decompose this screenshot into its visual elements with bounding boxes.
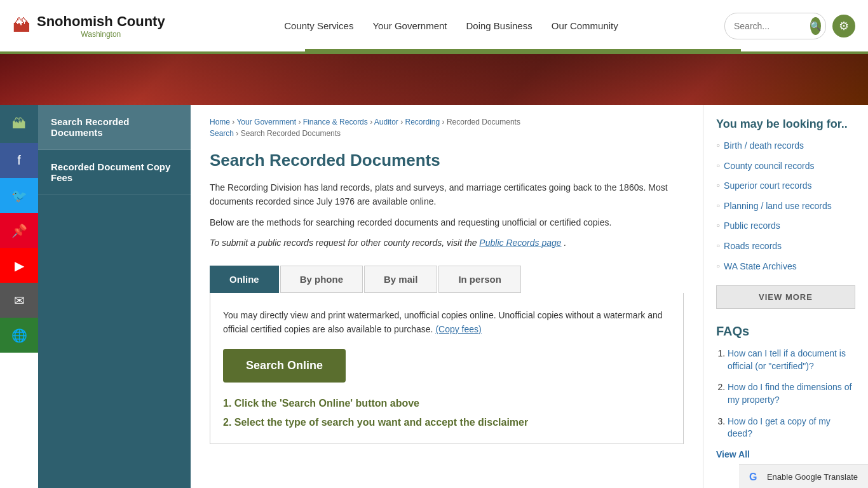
search-button[interactable]: 🔍	[810, 17, 821, 35]
breadcrumb-line2: Search › Search Recorded Documents	[210, 129, 684, 138]
youtube-logo: ▶	[15, 258, 24, 273]
social-logo-box[interactable]: 🏔	[0, 105, 38, 143]
copy-fees-link[interactable]: (Copy fees)	[435, 324, 481, 334]
social-sidebar: 🏔 f 🐦 📌 ▶ ✉ 🌐	[0, 105, 38, 488]
description-paragraph-2: Below are the methods for searching reco…	[210, 215, 684, 229]
logo-sub: Washington	[37, 30, 165, 39]
tab-by-mail[interactable]: By mail	[364, 266, 437, 293]
breadcrumb-recording[interactable]: Recording	[405, 118, 440, 126]
svg-text:G: G	[749, 471, 757, 482]
globe-logo: 🌐	[11, 328, 27, 343]
translate-bar[interactable]: G Enable Google Translate	[739, 464, 868, 488]
header: 🏔 Snohomish County Washington County Ser…	[0, 0, 868, 54]
search-area: 🔍 ⚙	[724, 13, 855, 39]
list-item-birth-death: Birth / death records	[716, 140, 855, 152]
search-box: 🔍	[724, 13, 826, 39]
right-sidebar: You may be looking for.. Birth / death r…	[703, 105, 868, 488]
tabs: Online By phone By mail In person	[210, 266, 684, 293]
hero-image	[0, 54, 868, 105]
youtube-icon[interactable]: ▶	[0, 248, 38, 283]
list-item-superior-court: Superior court records	[716, 180, 855, 193]
gear-icon: ⚙	[839, 19, 849, 33]
logo-name: Snohomish County	[37, 13, 165, 30]
twitter-logo: 🐦	[11, 188, 27, 203]
pinterest-logo: 📌	[11, 223, 27, 238]
nav-recorded-document-copy-fees[interactable]: Recorded Document Copy Fees	[38, 150, 191, 195]
list-item-county-council: County council records	[716, 160, 855, 173]
main-content: Home › Your Government › Finance & Recor…	[191, 105, 703, 488]
superior-court-records-link[interactable]: Superior court records	[724, 180, 812, 193]
logo-area: 🏔 Snohomish County Washington	[13, 13, 178, 39]
email-logo: ✉	[14, 293, 25, 308]
main-nav: County Services Your Government Doing Bu…	[178, 20, 724, 31]
settings-button[interactable]: ⚙	[832, 15, 855, 37]
breadcrumb-current: Recorded Documents	[447, 118, 520, 126]
list-item-public-records: Public records	[716, 220, 855, 233]
looking-for-title: You may be looking for..	[716, 118, 855, 131]
looking-for-list: Birth / death records County council rec…	[716, 140, 855, 273]
logo-text: Snohomish County Washington	[37, 13, 165, 39]
page-title: Search Recorded Documents	[210, 151, 684, 170]
logo-mountain-icon: 🏔	[13, 15, 31, 36]
public-records-sidebar-link[interactable]: Public records	[724, 220, 780, 233]
tab-by-phone[interactable]: By phone	[280, 266, 363, 293]
faqs-title: FAQs	[716, 324, 855, 339]
tab-online-description: You may directly view and print watermar…	[223, 308, 670, 337]
translate-label: Enable Google Translate	[767, 472, 858, 482]
twitter-icon[interactable]: 🐦	[0, 178, 38, 213]
pinterest-icon[interactable]: 📌	[0, 213, 38, 248]
faq-item-2: How do I find the dimensions of my prope…	[728, 381, 855, 406]
facebook-logo: f	[17, 153, 21, 168]
wa-state-archives-link[interactable]: WA State Archives	[724, 261, 797, 273]
breadcrumb: Home › Your Government › Finance & Recor…	[210, 118, 684, 126]
breadcrumb-current-page: Search Recorded Documents	[241, 129, 341, 138]
nav-underline	[305, 49, 741, 51]
breadcrumb-search[interactable]: Search	[210, 129, 234, 138]
public-records-link[interactable]: Public Records page	[479, 238, 561, 248]
county-council-records-link[interactable]: County council records	[724, 160, 814, 173]
nav-doing-business[interactable]: Doing Business	[466, 20, 532, 31]
tab-in-person[interactable]: In person	[438, 266, 521, 293]
nav-your-government[interactable]: Your Government	[372, 20, 447, 31]
facebook-icon[interactable]: f	[0, 143, 38, 178]
nav-search-recorded-documents[interactable]: Search Recorded Documents	[38, 105, 191, 150]
description-3-post: .	[564, 238, 566, 248]
faq-dimensions-link[interactable]: How do I find the dimensions of my prope…	[728, 382, 851, 405]
planning-land-use-link[interactable]: Planning / land use records	[724, 200, 832, 213]
description-3-pre: To submit a public records request for o…	[210, 238, 479, 248]
view-more-button[interactable]: VIEW MORE	[716, 285, 855, 309]
list-item-planning-land: Planning / land use records	[716, 200, 855, 213]
list-item-roads-records: Roads records	[716, 240, 855, 253]
tab-content-online: You may directly view and print watermar…	[210, 293, 684, 445]
instruction-1: 1. Click the 'Search Online' button abov…	[223, 398, 670, 409]
list-item-wa-archives: WA State Archives	[716, 261, 855, 273]
breadcrumb-home[interactable]: Home	[210, 118, 230, 126]
search-icon: 🔍	[810, 21, 821, 31]
breadcrumb-your-government[interactable]: Your Government	[236, 118, 296, 126]
globe-icon[interactable]: 🌐	[0, 318, 38, 353]
birth-death-records-link[interactable]: Birth / death records	[724, 140, 804, 152]
faq-list: How can I tell if a document is official…	[716, 348, 855, 440]
breadcrumb-finance-records[interactable]: Finance & Records	[303, 118, 368, 126]
nav-county-services[interactable]: County Services	[284, 20, 353, 31]
view-all-link[interactable]: View All	[716, 449, 855, 459]
faq-certified-link[interactable]: How can I tell if a document is official…	[728, 348, 846, 371]
faq-item-3: How do I get a copy of my deed?	[728, 416, 855, 440]
instruction-2: 2. Select the type of search you want an…	[223, 417, 670, 428]
faq-item-1: How can I tell if a document is official…	[728, 348, 855, 372]
roads-records-link[interactable]: Roads records	[724, 240, 782, 253]
nav-our-community[interactable]: Our Community	[552, 20, 618, 31]
faq-deed-link[interactable]: How do I get a copy of my deed?	[728, 416, 831, 439]
main-layout: 🏔 f 🐦 📌 ▶ ✉ 🌐 Search Recorded Documents …	[0, 105, 868, 488]
breadcrumb-auditor[interactable]: Auditor	[374, 118, 398, 126]
search-input[interactable]	[734, 21, 810, 31]
google-icon: G	[749, 470, 762, 483]
description-paragraph-1: The Recording Division has land records,…	[210, 180, 684, 209]
sidebar-logo-icon: 🏔	[12, 116, 26, 132]
left-nav: Search Recorded Documents Recorded Docum…	[38, 105, 191, 488]
search-online-button[interactable]: Search Online	[223, 349, 346, 383]
description-paragraph-3: To submit a public records request for o…	[210, 236, 684, 250]
tab-online[interactable]: Online	[210, 266, 279, 293]
email-icon[interactable]: ✉	[0, 283, 38, 318]
